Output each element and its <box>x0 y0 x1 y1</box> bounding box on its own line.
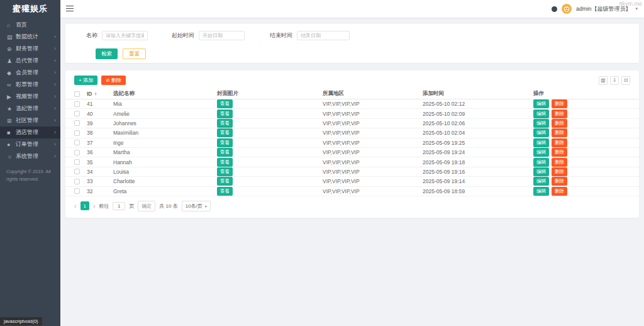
sidebar-item-lottery[interactable]: ∞彩票管理› <box>0 79 60 91</box>
search-button[interactable]: 检索 <box>96 48 118 59</box>
delete-button[interactable]: 删除 <box>552 119 567 128</box>
submenu-arrow-icon: › <box>54 82 56 87</box>
sidebar-item-label: 订单管理 <box>16 140 38 149</box>
cell-actions: 编辑删除 <box>533 167 639 176</box>
row-checkbox[interactable] <box>74 159 80 165</box>
cell-name: Maximilian <box>113 130 217 136</box>
edit-button[interactable]: 编辑 <box>533 128 549 137</box>
filter-columns-icon[interactable]: ▥ <box>599 76 608 85</box>
table-row: 33Charlotte查看VIP,VIP,VIP,VIP2025-05-09 1… <box>65 177 639 186</box>
view-cover-button[interactable]: 查看 <box>217 158 233 167</box>
edit-button[interactable]: 编辑 <box>533 177 549 186</box>
cell-actions: 编辑删除 <box>533 99 639 108</box>
cell-region: VIP,VIP,VIP,VIP <box>323 101 423 107</box>
edit-button[interactable]: 编辑 <box>533 99 549 108</box>
edit-button[interactable]: 编辑 <box>533 119 549 128</box>
system-icon: ☼ <box>7 154 16 160</box>
delete-button[interactable]: 删除 <box>552 148 567 157</box>
end-date-input[interactable] <box>297 31 350 40</box>
view-cover-button[interactable]: 查看 <box>217 138 233 147</box>
current-page-button[interactable]: 1 <box>80 201 89 210</box>
row-checkbox[interactable] <box>74 130 80 136</box>
theme-moon-icon[interactable] <box>552 6 557 12</box>
goto-label: 前往 <box>99 203 109 210</box>
sidebar-item-selection[interactable]: ★选妃管理› <box>0 103 60 115</box>
cell-time: 2025-05-09 19:18 <box>423 159 533 166</box>
cell-region: VIP,VIP,VIP,VIP <box>323 188 423 194</box>
name-search-input[interactable] <box>102 31 148 40</box>
edit-button[interactable]: 编辑 <box>533 138 549 147</box>
row-checkbox[interactable] <box>74 150 80 155</box>
chevron-down-icon[interactable]: ▾ <box>635 6 638 11</box>
goto-page-input[interactable] <box>113 202 125 210</box>
sidebar-item-system[interactable]: ☼系统管理› <box>0 150 60 162</box>
cell-time: 2025-05-09 18:59 <box>423 188 533 194</box>
submenu-arrow-icon: › <box>54 142 56 147</box>
cell-actions: 编辑删除 <box>533 138 639 147</box>
view-cover-button[interactable]: 查看 <box>217 167 233 176</box>
sidebar-item-hotel[interactable]: ■酒店管理› <box>0 126 60 138</box>
delete-button[interactable]: 删除 <box>552 158 567 167</box>
view-cover-button[interactable]: 查看 <box>217 177 233 186</box>
video-icon: ▶ <box>7 94 16 100</box>
sidebar-item-community[interactable]: ⊞社区管理› <box>0 115 60 126</box>
edit-button[interactable]: 编辑 <box>533 187 549 196</box>
row-checkbox[interactable] <box>74 169 80 174</box>
row-checkbox[interactable] <box>74 101 80 107</box>
batch-delete-button[interactable]: ⊘ 删除 <box>101 76 126 85</box>
name-field-label: 名称 <box>86 31 97 40</box>
hotel-icon: ■ <box>7 130 16 136</box>
edit-button[interactable]: 编辑 <box>533 158 549 167</box>
submenu-arrow-icon: › <box>54 70 56 76</box>
sidebar-item-finance[interactable]: ⊕财务管理› <box>0 43 60 55</box>
view-cover-button[interactable]: 查看 <box>217 99 233 108</box>
page-size-select[interactable]: 10条/页 ▾ <box>182 201 211 211</box>
print-icon[interactable]: ⊡ <box>621 76 630 85</box>
column-header-id[interactable]: ID ▲▼ <box>87 91 113 97</box>
view-cover-button[interactable]: 查看 <box>217 128 233 137</box>
row-checkbox[interactable] <box>74 140 80 145</box>
cell-actions: 编辑删除 <box>533 158 639 167</box>
sidebar-item-video[interactable]: ▶视频管理› <box>0 91 60 103</box>
cell-cover: 查看 <box>217 119 323 128</box>
export-download-icon[interactable]: ⇩ <box>610 76 619 85</box>
view-cover-button[interactable]: 查看 <box>217 110 233 118</box>
select-all-checkbox[interactable] <box>74 91 80 97</box>
delete-button[interactable]: 删除 <box>552 110 567 118</box>
start-date-input[interactable] <box>199 31 245 40</box>
edit-button[interactable]: 编辑 <box>533 110 549 118</box>
delete-button[interactable]: 删除 <box>552 128 567 137</box>
sidebar-item-agent[interactable]: ♟总代管理› <box>0 55 60 67</box>
goto-confirm-button[interactable]: 确定 <box>138 201 155 211</box>
sort-icon[interactable]: ▲▼ <box>94 92 97 96</box>
reset-button[interactable]: 重置 <box>123 48 146 59</box>
row-checkbox[interactable] <box>74 111 80 116</box>
sidebar-item-order[interactable]: ●订单管理› <box>0 138 60 150</box>
sidebar-item-members[interactable]: ◆会员管理› <box>0 67 60 79</box>
cell-region: VIP,VIP,VIP,VIP <box>323 130 423 136</box>
view-cover-button[interactable]: 查看 <box>217 119 233 128</box>
edit-button[interactable]: 编辑 <box>533 167 549 176</box>
delete-button[interactable]: 删除 <box>552 177 567 186</box>
next-page-icon[interactable]: › <box>93 203 96 210</box>
view-cover-button[interactable]: 查看 <box>217 187 233 196</box>
avatar[interactable] <box>562 4 572 14</box>
view-cover-button[interactable]: 查看 <box>217 148 233 157</box>
row-checkbox[interactable] <box>74 120 80 126</box>
sidebar-item-label: 总代管理 <box>16 57 38 65</box>
edit-button[interactable]: 编辑 <box>533 148 549 157</box>
row-checkbox[interactable] <box>74 179 80 184</box>
prev-page-icon[interactable]: ‹ <box>74 203 77 210</box>
delete-button[interactable]: 删除 <box>552 167 567 176</box>
delete-button[interactable]: 删除 <box>552 138 567 147</box>
delete-button[interactable]: 删除 <box>552 99 567 108</box>
delete-button[interactable]: 删除 <box>552 187 567 196</box>
add-button[interactable]: + 添加 <box>74 76 97 85</box>
cell-cover: 查看 <box>217 148 323 157</box>
cell-id: 38 <box>87 130 113 136</box>
cell-actions: 编辑删除 <box>533 148 639 157</box>
sidebar-item-home[interactable]: ⌂首页 <box>0 19 60 31</box>
row-checkbox[interactable] <box>74 188 80 194</box>
hamburger-menu-icon[interactable] <box>66 6 74 11</box>
sidebar-item-chart[interactable]: ▤数据统计› <box>0 31 60 43</box>
